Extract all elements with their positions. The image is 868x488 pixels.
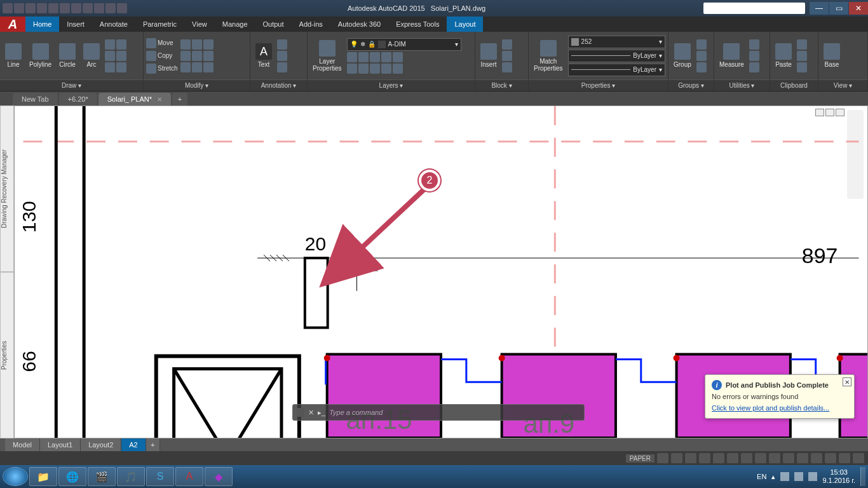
panel-groups-footer[interactable]: Groups ▾ <box>668 79 714 91</box>
taskbar-app-chrome[interactable]: 🌐 <box>58 467 86 486</box>
circle-button[interactable]: Circle <box>57 42 78 69</box>
layout-tab[interactable]: Layout1 <box>40 438 81 451</box>
layer-sm-icon[interactable] <box>381 52 391 62</box>
app-menu-button[interactable]: A <box>0 17 25 32</box>
anno-sm-icon[interactable] <box>277 62 287 72</box>
tab-manage[interactable]: Manage <box>215 17 255 32</box>
layer-sm-icon[interactable] <box>347 52 357 62</box>
show-desktop-button[interactable] <box>860 467 865 486</box>
qat-icon[interactable] <box>37 3 47 13</box>
tray-chevron-icon[interactable]: ▴ <box>771 473 775 481</box>
modify-sm-icon[interactable] <box>192 51 202 61</box>
close-tab-icon[interactable]: ✕ <box>157 96 162 103</box>
qat-icon[interactable] <box>83 3 93 13</box>
group-sm-icon[interactable] <box>696 39 707 50</box>
modify-sm-icon[interactable] <box>203 62 214 72</box>
status-icon[interactable] <box>713 453 724 463</box>
draw-sm-icon[interactable] <box>116 51 126 61</box>
panel-view-footer[interactable]: View ▾ <box>818 79 867 91</box>
status-icon[interactable] <box>811 453 822 463</box>
layer-sm-icon[interactable] <box>358 52 369 62</box>
block-sm-icon[interactable] <box>502 62 512 72</box>
status-icon[interactable] <box>797 453 808 463</box>
drawing-tab[interactable]: Solari_ PLAN*✕ <box>98 93 171 105</box>
taskbar-app-autocad[interactable]: A <box>175 467 203 486</box>
status-icon[interactable] <box>839 453 850 463</box>
draw-sm-icon[interactable] <box>116 39 126 50</box>
tab-addins[interactable]: Add-ins <box>292 17 330 32</box>
modify-sm-icon[interactable] <box>180 62 191 72</box>
tray-lang[interactable]: EN <box>757 473 766 480</box>
tray-flag-icon[interactable] <box>780 472 789 481</box>
layer-sm-icon[interactable] <box>370 64 380 74</box>
status-icon[interactable] <box>685 453 696 463</box>
draw-sm-icon[interactable] <box>116 62 126 72</box>
layer-combo[interactable]: 💡❄🔒A-DIM▾ <box>347 38 461 51</box>
lineweight-combo[interactable]: ByLayer▾ <box>568 64 665 76</box>
modify-sm-icon[interactable] <box>192 39 202 50</box>
qat-icon[interactable] <box>94 3 104 13</box>
palette-recovery[interactable]: Drawing Recovery Manager <box>0 105 14 272</box>
layer-sm-icon[interactable] <box>370 52 380 62</box>
arc-button[interactable]: Arc <box>81 42 102 69</box>
drawing-tab[interactable]: +6.20* <box>59 93 97 105</box>
color-combo[interactable]: 252▾ <box>568 36 665 48</box>
qat-icon[interactable] <box>25 3 36 13</box>
anno-sm-icon[interactable] <box>277 39 287 50</box>
modify-sm-icon[interactable] <box>192 62 202 72</box>
measure-button[interactable]: Measure <box>717 42 747 69</box>
add-layout-button[interactable]: + <box>146 438 160 451</box>
qat-icon[interactable] <box>3 3 13 13</box>
new-drawing-tab-button[interactable]: + <box>172 93 187 105</box>
status-icon[interactable] <box>727 453 738 463</box>
linetype-combo[interactable]: ByLayer▾ <box>568 50 665 62</box>
layer-sm-icon[interactable] <box>393 52 403 62</box>
block-sm-icon[interactable] <box>502 51 512 61</box>
modify-sm-icon[interactable] <box>203 51 214 61</box>
panel-clipboard-footer[interactable]: Clipboard <box>770 79 818 91</box>
layout-tab[interactable]: Layout2 <box>81 438 121 451</box>
util-sm-icon[interactable] <box>749 39 759 50</box>
help-search[interactable] <box>703 3 805 14</box>
tab-parametric[interactable]: Parametric <box>135 17 184 32</box>
insert-block-button[interactable]: Insert <box>478 42 499 69</box>
move-icon[interactable] <box>146 38 156 48</box>
panel-properties-footer[interactable]: Properties ▾ <box>529 79 668 91</box>
balloon-details-link[interactable]: Click to view plot and publish details..… <box>712 404 829 412</box>
tab-output[interactable]: Output <box>255 17 292 32</box>
layer-sm-icon[interactable] <box>347 64 357 74</box>
base-view-button[interactable]: Base <box>821 42 843 69</box>
tab-expresstools[interactable]: Express Tools <box>388 17 447 32</box>
minimize-button[interactable]: — <box>810 2 829 15</box>
layer-sm-icon[interactable] <box>358 64 369 74</box>
panel-modify-footer[interactable]: Modify ▾ <box>144 79 250 91</box>
layout-tab[interactable]: A2 <box>121 438 146 451</box>
tray-clock[interactable]: 15:03 9.1.2016 г. <box>822 468 855 485</box>
layer-sm-icon[interactable] <box>393 64 403 74</box>
tray-volume-icon[interactable] <box>808 472 817 481</box>
panel-layers-footer[interactable]: Layers ▾ <box>308 79 475 91</box>
drawing-canvas[interactable]: 130 66 20 897 ап.15 ап.9 2 ✕ iPlot and P… <box>14 105 868 438</box>
status-icon[interactable] <box>853 453 864 463</box>
tab-autodesk360[interactable]: Autodesk 360 <box>330 17 388 32</box>
text-button[interactable]: AText <box>253 42 275 69</box>
clip-sm-icon[interactable] <box>797 39 807 50</box>
close-button[interactable]: ✕ <box>849 2 868 15</box>
stretch-icon[interactable] <box>146 64 156 74</box>
clip-sm-icon[interactable] <box>797 62 807 72</box>
panel-annotation-footer[interactable]: Annotation ▾ <box>250 79 307 91</box>
status-icon[interactable] <box>699 453 710 463</box>
tab-layout[interactable]: Layout <box>447 17 483 32</box>
util-sm-icon[interactable] <box>749 51 759 61</box>
balloon-close-button[interactable]: ✕ <box>843 377 851 386</box>
clip-sm-icon[interactable] <box>797 51 807 61</box>
draw-sm-icon[interactable] <box>105 39 115 50</box>
tab-insert[interactable]: Insert <box>59 17 92 32</box>
util-sm-icon[interactable] <box>749 62 759 72</box>
move-button[interactable]: Move <box>158 39 173 46</box>
qat-icon[interactable] <box>117 3 127 13</box>
group-sm-icon[interactable] <box>696 51 707 61</box>
quick-access-toolbar[interactable] <box>0 3 130 13</box>
start-button[interactable] <box>3 467 28 486</box>
taskbar-app-mpc[interactable]: 🎬 <box>88 467 116 486</box>
